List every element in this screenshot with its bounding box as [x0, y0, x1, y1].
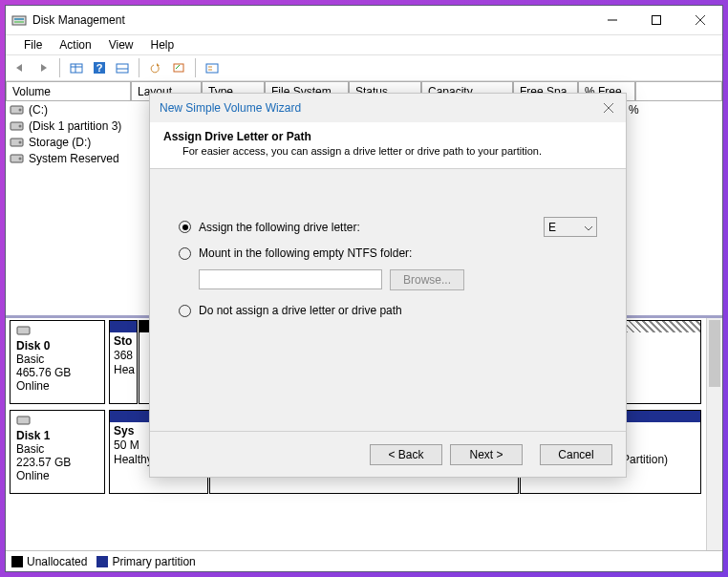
svg-rect-14 — [174, 64, 183, 72]
separator — [59, 58, 60, 77]
svg-point-25 — [19, 157, 22, 160]
partition-hatched[interactable] — [625, 320, 701, 404]
svg-rect-26 — [17, 327, 30, 334]
mount-path-input[interactable] — [199, 269, 382, 289]
titlebar: Disk Management — [6, 6, 722, 35]
volume-icon — [10, 137, 25, 148]
forward-icon[interactable] — [32, 57, 54, 78]
menubar: File Action View Help — [6, 35, 722, 54]
volume-icon — [10, 104, 25, 116]
cancel-button[interactable]: Cancel — [540, 444, 612, 465]
menu-action[interactable]: Action — [51, 36, 99, 53]
stripe-primary — [110, 321, 137, 332]
refresh-icon[interactable] — [145, 57, 166, 78]
toolbar: ? — [6, 54, 722, 81]
disk-type: Basic — [16, 353, 98, 366]
svg-text:?: ? — [96, 62, 103, 74]
wizard-close-button[interactable] — [591, 95, 626, 121]
option-no-letter[interactable]: Do not assign a drive letter or drive pa… — [179, 304, 597, 317]
disk-size: 465.76 GB — [16, 366, 98, 379]
legend: Unallocated Primary partition — [6, 550, 722, 571]
disk-label: Disk 0 — [16, 339, 50, 353]
disk-label: Disk 1 — [16, 429, 50, 442]
scrollbar-thumb[interactable] — [709, 320, 720, 387]
drive-letter-select[interactable]: E — [544, 217, 597, 237]
swatch-black — [11, 556, 23, 567]
disk-status: Online — [16, 469, 98, 482]
svg-rect-2 — [14, 21, 24, 23]
svg-rect-4 — [653, 16, 661, 25]
table-view-icon[interactable] — [66, 57, 87, 78]
part-title: Sys — [114, 424, 134, 438]
svg-point-19 — [19, 108, 22, 111]
back-icon[interactable] — [10, 57, 31, 78]
new-simple-volume-wizard: New Simple Volume Wizard Assign Drive Le… — [149, 93, 627, 478]
help-icon[interactable]: ? — [89, 57, 110, 78]
stripe-hatch — [626, 321, 700, 332]
svg-point-21 — [19, 124, 22, 127]
partition[interactable]: Sto 368 Hea — [109, 320, 138, 404]
disk-size: 223.57 GB — [16, 456, 98, 469]
volume-name: (C:) — [29, 103, 48, 117]
option-none-label: Do not assign a drive letter or drive pa… — [199, 304, 402, 317]
separator — [195, 58, 196, 77]
volume-name: System Reserved — [29, 152, 119, 165]
next-button[interactable]: Next > — [450, 444, 523, 465]
disk-status: Online — [16, 379, 98, 393]
disk-icon — [16, 415, 98, 429]
svg-rect-27 — [17, 417, 30, 424]
pct-free-fragment: % — [629, 103, 639, 117]
part-status: Hea — [114, 363, 135, 376]
wizard-body: Assign the following drive letter: E Mou… — [150, 169, 626, 431]
option-assign-letter[interactable]: Assign the following drive letter: E — [179, 217, 597, 237]
part-title: Sto — [114, 334, 132, 348]
option-mount-folder[interactable]: Mount in the following empty NTFS folder… — [179, 246, 597, 260]
disk-info[interactable]: Disk 0 Basic 465.76 GB Online — [10, 320, 105, 404]
edit-icon[interactable] — [168, 57, 189, 78]
form-view-icon[interactable] — [202, 57, 223, 78]
option-assign-label: Assign the following drive letter: — [199, 221, 360, 234]
browse-button: Browse... — [390, 269, 464, 290]
wizard-header: Assign Drive Letter or Path For easier a… — [150, 122, 626, 169]
menu-view[interactable]: View — [100, 36, 142, 53]
svg-rect-0 — [12, 16, 26, 25]
wizard-subheading: For easier access, you can assign a driv… — [163, 145, 612, 157]
chevron-down-icon — [585, 221, 592, 234]
legend-unallocated: Unallocated — [11, 555, 87, 568]
svg-rect-7 — [71, 64, 82, 73]
drive-letter-value: E — [548, 221, 556, 234]
disk-info[interactable]: Disk 1 Basic 223.57 GB Online — [10, 410, 105, 494]
volume-name: Storage (D:) — [29, 136, 91, 149]
wizard-heading: Assign Drive Letter or Path — [163, 130, 612, 143]
minimize-button[interactable] — [590, 6, 634, 34]
grid-view-icon[interactable] — [112, 57, 133, 78]
wizard-titlebar: New Simple Volume Wizard — [150, 94, 626, 122]
option-mount-label: Mount in the following empty NTFS folder… — [199, 246, 412, 260]
menu-file[interactable]: File — [15, 36, 51, 53]
menu-help[interactable]: Help — [142, 36, 183, 53]
radio-mount[interactable] — [179, 247, 191, 260]
mount-input-row: Browse... — [199, 269, 597, 290]
close-button[interactable] — [678, 6, 722, 34]
part-size: 50 M — [114, 438, 139, 452]
wizard-footer: < Back Next > Cancel — [150, 431, 626, 477]
maximize-button[interactable] — [634, 6, 678, 34]
part-size: 368 — [114, 349, 133, 362]
radio-assign[interactable] — [179, 221, 191, 233]
disk-type: Basic — [16, 442, 98, 456]
swatch-blue — [96, 556, 108, 567]
scrollbar[interactable] — [706, 318, 722, 550]
svg-point-23 — [19, 140, 22, 143]
wizard-title: New Simple Volume Wizard — [160, 101, 301, 115]
svg-rect-15 — [206, 64, 218, 73]
legend-primary: Primary partition — [96, 555, 195, 568]
volume-icon — [10, 120, 25, 132]
col-volume[interactable]: Volume — [6, 81, 131, 101]
app-icon — [11, 12, 27, 28]
window-title: Disk Management — [32, 13, 590, 27]
back-button[interactable]: < Back — [370, 444, 442, 465]
volume-icon — [10, 153, 25, 164]
volume-name: (Disk 1 partition 3) — [29, 119, 121, 133]
svg-rect-1 — [14, 18, 24, 20]
radio-none[interactable] — [179, 305, 191, 317]
